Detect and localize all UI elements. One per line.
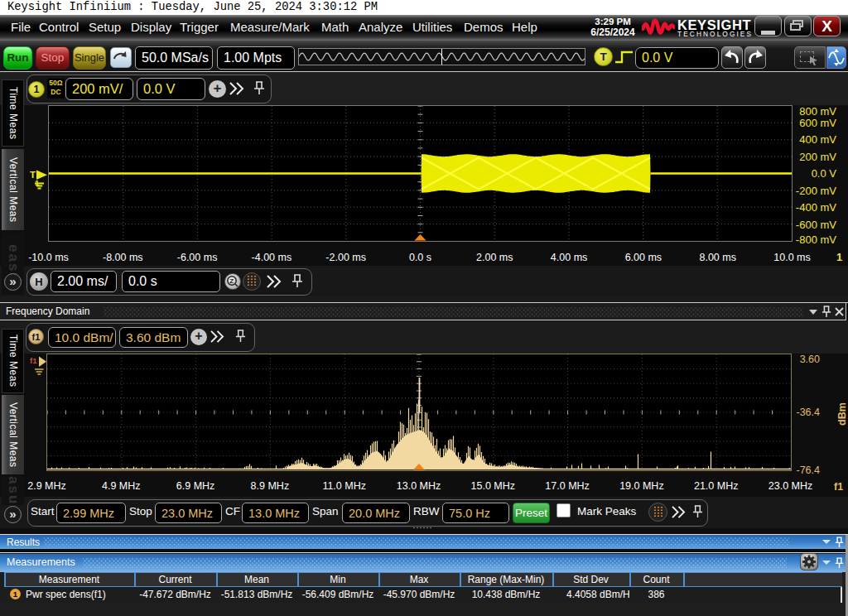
svg-text:f1: f1 bbox=[30, 356, 37, 365]
svg-text:Z: Z bbox=[229, 277, 234, 285]
